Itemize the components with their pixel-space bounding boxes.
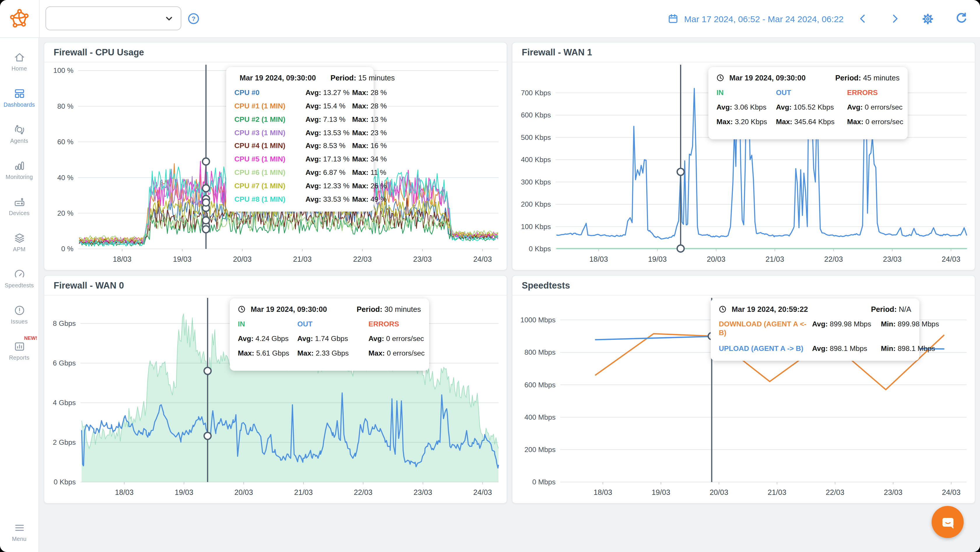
tooltip-header: Mar 19 2024, 09:30:00Period: 45 minutes (716, 73, 900, 83)
sidebar-item-issues[interactable]: Issues (0, 296, 38, 332)
sidebar-item-label: Agents (10, 137, 28, 144)
y-tick-label: 80 % (57, 102, 73, 110)
sidebar-item-label: Home (11, 65, 27, 72)
series-avg: Avg: 17.13 % (305, 155, 352, 164)
help-button[interactable]: ? (187, 12, 200, 25)
series-label: CPU #7 (1 MIN) (234, 182, 305, 191)
x-tick-label: 22/03 (353, 255, 372, 263)
series-avg: Avg: 15.4 % (305, 102, 352, 111)
x-tick-label: 20/03 (233, 255, 251, 263)
sidebar-item-apm[interactable]: APM (0, 224, 38, 260)
sidebar-item-menu[interactable]: Menu (0, 514, 38, 550)
y-tick-label: 60 % (57, 138, 73, 146)
y-tick-label: 4 Gbps (53, 399, 76, 407)
gear-icon (921, 11, 935, 26)
panel-header: Firewall - WAN 1 (512, 43, 975, 62)
y-tick-label: 700 Kbps (521, 89, 551, 97)
prev-period-button[interactable] (856, 12, 869, 25)
x-tick-label: 23/03 (883, 255, 902, 263)
series-max: Max: 34 % (352, 155, 387, 164)
sidebar-item-label: Reports (9, 354, 29, 361)
series-min: Min: 898.1 Mbps (881, 344, 939, 353)
devices-icon (13, 196, 25, 208)
panel-speedtests: Speedtests 0 Mbps200 Mbps400 Mbps600 Mbp… (512, 275, 975, 504)
chart-firewall-wan-1[interactable]: 0 Kbps100 Kbps200 Kbps300 Kbps400 Kbps50… (512, 62, 975, 270)
series-avg: Avg: 33.53 % (305, 195, 352, 204)
refresh-button[interactable] (955, 12, 968, 25)
settings-button[interactable] (921, 11, 935, 26)
series-block: OUTAvg: 105.52 KbpsMax: 345.64 Kbps (776, 89, 847, 132)
series-max: Max: 2.33 Gbps (298, 349, 368, 358)
y-tick-label: 100 Kbps (521, 223, 551, 231)
y-tick-label: 8 Gbps (53, 320, 76, 327)
series-label: CPU #4 (1 MIN) (234, 142, 305, 151)
y-tick-label: 400 Kbps (521, 156, 551, 164)
sidebar-item-agents[interactable]: Agents (0, 115, 38, 151)
sidebar-item-dashboards[interactable]: Dashboards (0, 79, 38, 115)
sidebar-item-reports[interactable]: ReportsNEW! (0, 332, 38, 368)
date-controls: Mar 17 2024, 06:52 - Mar 24 2024, 06:22 (668, 0, 968, 37)
clock-icon (716, 74, 724, 82)
new-badge: NEW! (24, 335, 37, 341)
clock-icon (238, 306, 245, 313)
series-label: CPU #3 (1 MIN) (234, 129, 305, 138)
panel-header: Speedtests (512, 276, 975, 296)
y-tick-label: 100 % (53, 67, 73, 74)
next-period-button[interactable] (888, 12, 901, 25)
series-max: Max: 5.61 Gbps (238, 349, 298, 358)
svg-text:?: ? (191, 15, 195, 22)
chevron-right-icon (888, 12, 901, 25)
sidebar-item-devices[interactable]: Devices (0, 188, 38, 224)
chart-speedtests[interactable]: 0 Mbps200 Mbps400 Mbps600 Mbps800 Mbps10… (512, 296, 975, 503)
sidebar-item-label: Speedtests (5, 282, 34, 288)
y-tick-label: 2 Gbps (53, 438, 76, 446)
y-tick-label: 0 Mbps (532, 478, 555, 486)
sidebar-item-speedtests[interactable]: Speedtests (0, 260, 38, 296)
sidebar-item-home[interactable]: Home (0, 43, 38, 79)
tooltip-header: Mar 19 2024, 20:59:22Period: N/A (719, 305, 911, 314)
x-tick-label: 19/03 (651, 488, 670, 496)
x-tick-label: 22/03 (824, 255, 843, 263)
series-label: ERRORS (847, 89, 903, 98)
series-label: IN (716, 89, 776, 98)
series-avg: Avg: 1.74 Gbps (298, 335, 368, 344)
apm-icon (13, 232, 25, 244)
chart-tooltip: Mar 19 2024, 09:30:00Period: 15 minutesC… (226, 67, 374, 212)
x-tick-label: 21/03 (294, 488, 313, 496)
x-tick-label: 24/03 (473, 255, 492, 263)
chart-firewall-cpu-usage[interactable]: 0 %20 %40 %60 %80 %100 %18/0319/0320/032… (44, 62, 507, 270)
x-tick-label: 19/03 (648, 255, 667, 263)
series-avg: Avg: 13.53 % (305, 129, 352, 138)
reports-icon (13, 340, 25, 352)
chat-button[interactable] (932, 506, 964, 538)
refresh-icon (955, 12, 968, 25)
sidebar-item-monitoring[interactable]: Monitoring (0, 151, 38, 188)
x-tick-label: 19/03 (175, 488, 193, 496)
x-tick-label: 20/03 (234, 488, 253, 496)
y-tick-label: 200 Mbps (524, 445, 555, 453)
x-tick-label: 24/03 (473, 488, 492, 496)
series-label: IN (238, 320, 298, 329)
app-logo[interactable] (0, 0, 40, 37)
series-max: Max: 26 % (352, 182, 387, 191)
sidebar: HomeDashboardsAgentsMonitoringDevicesAPM… (0, 37, 39, 552)
series-max: Max: 11 % (352, 169, 387, 178)
date-range[interactable]: Mar 17 2024, 06:52 - Mar 24 2024, 06:22 (684, 14, 843, 24)
y-tick-label: 40 % (57, 174, 73, 181)
dashboard-select[interactable] (46, 6, 181, 30)
calendar-icon (668, 13, 678, 24)
series-label: UPLOAD (AGENT A -> B) (719, 344, 812, 353)
series-max: Max: 28 % (352, 89, 387, 98)
panel-title: Firewall - WAN 1 (522, 47, 592, 57)
y-tick-label: 600 Kbps (521, 111, 551, 119)
series-avg: Avg: 6.87 % (305, 169, 352, 178)
chart-firewall-wan-0[interactable]: 0 Kbps2 Gbps4 Gbps6 Gbps8 Gbps18/0319/03… (44, 296, 507, 503)
x-tick-label: 23/03 (413, 255, 432, 263)
sidebar-item-label: Issues (11, 318, 28, 325)
y-tick-label: 800 Mbps (524, 348, 555, 356)
sidebar-item-label: Menu (12, 535, 27, 542)
panel-header: Firewall - CPU Usage (44, 43, 507, 62)
y-tick-label: 200 Kbps (521, 200, 551, 208)
series-max: Max: 49 % (352, 195, 387, 204)
tooltip-series-list: INAvg: 4.24 GbpsMax: 5.61 GbpsOUTAvg: 1.… (238, 320, 421, 363)
